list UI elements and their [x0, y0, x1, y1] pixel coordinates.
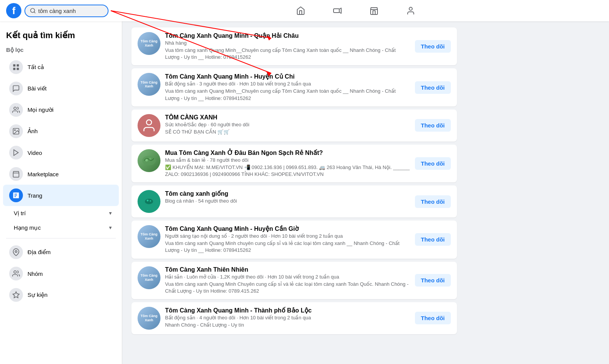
result-avatar-2: Tôm Càng Xanh — [138, 73, 160, 96]
sidebar-item-posts-label: Bài viết — [28, 85, 47, 92]
result-meta-5: Blog cá nhân · 54 người theo dõi — [165, 198, 410, 204]
sidebar-item-groups-label: Nhóm — [28, 271, 43, 277]
photos-icon — [9, 124, 23, 138]
home-nav-button[interactable] — [292, 3, 310, 18]
follow-button-5[interactable]: Theo dõi — [415, 195, 451, 208]
result-avatar-4 — [138, 149, 160, 172]
category-filter-label: Hạng mục — [14, 224, 41, 231]
search-results: Tôm Càng Xanh Tôm Càng Xanh Quang Minh -… — [122, 21, 466, 364]
svg-point-11 — [15, 130, 16, 131]
svg-point-19 — [149, 158, 151, 159]
sidebar-item-people-label: Mọi người — [28, 106, 53, 113]
search-input[interactable] — [38, 8, 99, 14]
store-nav-button[interactable] — [365, 3, 383, 18]
result-avatar-8: Tôm Càng Xanh — [138, 307, 160, 330]
result-meta-6: Người sáng tạo nội dung số · 2 người the… — [165, 233, 410, 239]
sidebar-sub-location[interactable]: Vị trí ▼ — [3, 206, 119, 221]
events-icon — [9, 288, 23, 302]
result-info-7: Tôm Càng Xanh Thiên Nhiên Hải sản · Luôn… — [165, 266, 410, 295]
result-name-4: Mua Tôm Càng Xanh Ở Đâu Bán Ngon Sạch Rẻ… — [165, 149, 410, 156]
svg-rect-2 — [334, 9, 339, 13]
result-avatar-5 — [138, 190, 160, 213]
svg-point-4 — [409, 7, 412, 10]
places-icon — [9, 245, 23, 259]
result-info-8: Tôm Càng Xanh Quang Minh - Thành phố Bảo… — [165, 307, 410, 329]
sidebar-sub-category[interactable]: Hạng mục ▼ — [3, 221, 119, 235]
sidebar-item-all[interactable]: Tất cả — [3, 56, 119, 78]
svg-point-23 — [150, 200, 151, 202]
svg-point-22 — [147, 200, 149, 201]
top-navigation: f — [0, 0, 609, 21]
follow-button-2[interactable]: Theo dõi — [415, 81, 451, 94]
follow-button-3[interactable]: Theo dõi — [415, 119, 451, 132]
facebook-logo[interactable]: f — [6, 3, 21, 18]
svg-point-9 — [14, 107, 16, 110]
sidebar-divider — [6, 238, 116, 238]
follow-button-6[interactable]: Theo dõi — [415, 233, 451, 246]
marketplace-icon — [9, 167, 23, 181]
result-card-7: Tôm Càng Xanh Tôm Càng Xanh Thiên Nhiên … — [131, 262, 457, 299]
result-name-1: Tôm Càng Xanh Quang Minh - Quận Hải Châu — [165, 32, 410, 39]
svg-marker-3 — [339, 8, 341, 13]
result-name-5: Tôm càng xanh giống — [165, 190, 410, 197]
sidebar-item-events[interactable]: Sự kiện — [3, 284, 119, 306]
filter-label: Bộ lọc — [0, 45, 122, 56]
follow-button-8[interactable]: Theo dõi — [415, 312, 451, 324]
result-desc-8: Nhanh Chóng - Chất Lượng - Uy tín — [165, 322, 410, 329]
sidebar-item-people[interactable]: Mọi người — [3, 99, 119, 121]
result-info-1: Tôm Càng Xanh Quang Minh - Quận Hải Châu… — [165, 32, 410, 61]
profile-nav-button[interactable] — [402, 3, 420, 18]
svg-point-21 — [145, 199, 153, 204]
result-desc-7: Vua tôm càng xanh Quang Minh Chuyên cung… — [165, 281, 410, 295]
sidebar-item-video-label: Video — [28, 150, 42, 156]
result-card-5: Tôm càng xanh giống Blog cá nhân · 54 ng… — [131, 185, 457, 217]
search-icon — [30, 8, 36, 14]
sidebar-title: Kết quả tìm kiếm — [0, 27, 122, 45]
sidebar-item-photos[interactable]: Ảnh — [3, 121, 119, 142]
sidebar-item-events-label: Sự kiện — [28, 292, 47, 298]
svg-line-1 — [34, 12, 35, 13]
sidebar-item-groups[interactable]: Nhóm — [3, 263, 119, 284]
follow-button-7[interactable]: Theo dõi — [415, 274, 451, 287]
svg-marker-12 — [14, 150, 18, 156]
video-nav-button[interactable] — [328, 3, 347, 18]
sidebar-item-posts[interactable]: Bài viết — [3, 78, 119, 99]
svg-point-18 — [146, 159, 148, 161]
result-meta-1: Nhà hàng — [165, 40, 410, 46]
result-name-2: Tôm Càng Xanh Quang Minh - Huyện Củ Chi — [165, 73, 410, 80]
svg-marker-15 — [13, 292, 19, 298]
result-desc-4: ✅ KHUYẾN MẠI: M.ME/VITOT.VN 📲 0902.136.9… — [165, 164, 410, 178]
location-chevron-icon: ▼ — [108, 211, 113, 216]
result-avatar-6: Tôm Càng Xanh — [138, 225, 160, 248]
result-avatar-7: Tôm Càng Xanh — [138, 266, 160, 289]
main-layout: Kết quả tìm kiếm Bộ lọc Tất cả Bài viết … — [0, 0, 609, 364]
result-card-2: Tôm Càng Xanh Tôm Càng Xanh Quang Minh -… — [131, 68, 457, 106]
result-card-4: Mua Tôm Càng Xanh Ở Đâu Bán Ngon Sạch Rẻ… — [131, 145, 457, 182]
sidebar-item-video[interactable]: Video — [3, 142, 119, 163]
result-card-8: Tôm Càng Xanh Tôm Càng Xanh Quang Minh -… — [131, 302, 457, 334]
result-info-4: Mua Tôm Càng Xanh Ở Đâu Bán Ngon Sạch Rẻ… — [165, 149, 410, 178]
follow-button-1[interactable]: Theo dõi — [415, 40, 451, 53]
groups-icon — [9, 267, 23, 280]
result-name-8: Tôm Càng Xanh Quang Minh - Thành phố Bảo… — [165, 307, 410, 314]
result-info-3: TÔM CÀNG XANH Sức khoẻ/Sắc đẹp · 60 ngườ… — [165, 114, 410, 135]
sidebar-item-pages[interactable]: Trang — [3, 185, 119, 206]
result-avatar-1: Tôm Càng Xanh — [138, 32, 160, 55]
result-desc-1: Vua tôm càng xanh Quang Minh__Chuyên cun… — [165, 47, 410, 61]
result-info-6: Tôm Càng Xanh Quang Minh - Huyện Cần Giờ… — [165, 225, 410, 254]
svg-rect-5 — [13, 64, 16, 67]
result-meta-2: Bất động sản · 3 người theo dõi · Hơn 10… — [165, 81, 410, 87]
result-desc-6: Vua tôm càng xanh Quang Minh chuyên cung… — [165, 240, 410, 254]
result-name-7: Tôm Càng Xanh Thiên Nhiên — [165, 266, 410, 273]
follow-button-4[interactable]: Theo dõi — [415, 157, 451, 170]
pages-icon — [9, 188, 23, 202]
result-desc-2: Vua tôm càng xanh Quang Minh__Chuyên cun… — [165, 88, 410, 101]
sidebar-item-photos-label: Ảnh — [28, 128, 38, 135]
sidebar-item-places[interactable]: Địa điểm — [3, 242, 119, 263]
video-icon — [9, 146, 23, 159]
result-name-3: TÔM CÀNG XANH — [165, 114, 410, 121]
sidebar-item-marketplace[interactable]: Marketplace — [3, 163, 119, 185]
result-meta-3: Sức khoẻ/Sắc đẹp · 60 người theo dõi — [165, 122, 410, 127]
category-chevron-icon: ▼ — [108, 225, 113, 230]
search-box[interactable] — [24, 5, 109, 17]
